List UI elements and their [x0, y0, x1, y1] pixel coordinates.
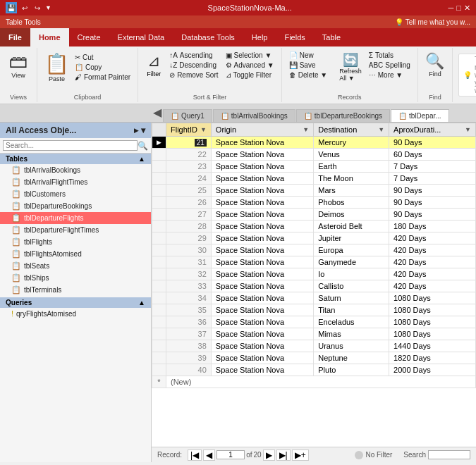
more-button[interactable]: ⋯ More ▼ [366, 70, 413, 80]
row-selector[interactable] [152, 256, 166, 268]
tab-home[interactable]: Home [30, 28, 69, 46]
totals-button[interactable]: Σ Totals [366, 51, 413, 60]
tab-help[interactable]: Help [243, 28, 276, 46]
toggle-filter-button[interactable]: ⊿ Toggle Filter [223, 70, 277, 80]
table-row[interactable]: 39Space Station NovaNeptune1820 Days [152, 352, 476, 364]
save-record-button[interactable]: 💾 Save [286, 61, 331, 70]
table-row[interactable]: 38Space Station NovaUranus1440 Days [152, 340, 476, 352]
tab-create[interactable]: Create [69, 28, 109, 46]
nav-item-departure-flight-times[interactable]: 📋 tblDepartureFlightTimes [0, 224, 151, 236]
table-row[interactable]: 24Space Station NovaThe Moon7 Days [152, 173, 476, 185]
prev-record-button[interactable]: ◀ [203, 450, 215, 461]
row-selector[interactable] [152, 185, 166, 197]
table-row[interactable]: 22Space Station NovaVenus60 Days [152, 149, 476, 161]
row-selector[interactable] [152, 149, 166, 161]
nav-section-tables[interactable]: Tables ▲ [0, 154, 151, 164]
table-row[interactable]: 31Space Station NovaGanymede420 Days [152, 256, 476, 268]
descending-button[interactable]: ↓Z Descending [166, 61, 221, 70]
col-header-duration[interactable]: AproxDurati... ▼ [389, 123, 476, 137]
row-selector[interactable] [152, 364, 166, 376]
nav-search-button[interactable]: 🔍 [138, 141, 148, 151]
paste-button[interactable]: 📋 Paste [42, 51, 72, 84]
format-painter-button[interactable]: 🖌 Format Painter [72, 73, 133, 82]
table-row[interactable]: 26Space Station NovaPhobos90 Days [152, 197, 476, 209]
nav-item-seats[interactable]: 📋 tblSeats [0, 260, 151, 272]
row-selector[interactable] [152, 244, 166, 256]
table-row[interactable]: 35Space Station NovaTitan1080 Days [152, 304, 476, 316]
minimize-button[interactable]: ─ [448, 4, 454, 13]
nav-item-flights-atomised[interactable]: 📋 tblFlightsAtomised [0, 248, 151, 260]
tab-departure-flights[interactable]: 📋 tblDepar... [391, 109, 449, 122]
last-record-button[interactable]: ▶| [276, 450, 291, 461]
search-input[interactable] [428, 450, 470, 459]
tab-arrival-bookings[interactable]: 📋 tblArrivalBookings [213, 109, 295, 122]
row-selector[interactable] [152, 232, 166, 244]
table-row[interactable]: 28Space Station NovaAsteroid Belt180 Day… [152, 221, 476, 232]
new-record-nav-button[interactable]: ▶+ [292, 450, 309, 461]
row-selector[interactable] [152, 280, 166, 292]
tab-query1[interactable]: 📋 Query1 [163, 109, 212, 122]
row-selector[interactable] [152, 292, 166, 304]
row-selector[interactable] [152, 173, 166, 185]
row-selector[interactable]: ▶ [152, 137, 166, 149]
tab-external-data[interactable]: External Data [109, 28, 173, 46]
nav-item-arrival-bookings[interactable]: 📋 tblArrivalBookings [0, 164, 151, 176]
nav-item-flights[interactable]: 📋 tblFlights [0, 236, 151, 248]
table-row[interactable]: 37Space Station NovaMimas1080 Days [152, 328, 476, 340]
redo-button[interactable]: ↪ [32, 4, 42, 13]
nav-item-arrival-flight-times[interactable]: 📋 tblArrivalFlightTimes [0, 176, 151, 188]
filter-button[interactable]: ⊿ Filter [142, 51, 165, 79]
refresh-button[interactable]: 🔄 RefreshAll ▼ [336, 51, 365, 83]
row-selector[interactable] [152, 328, 166, 340]
quick-access-dropdown[interactable]: ▼ [45, 4, 51, 11]
ascending-button[interactable]: ↑A Ascending [166, 51, 221, 60]
nav-pane-menu-icon[interactable]: ▾ [141, 125, 145, 135]
table-row[interactable]: 40Space Station NovaPluto2000 Days [152, 364, 476, 376]
view-button[interactable]: 🗃 View [4, 51, 32, 80]
row-selector[interactable] [152, 197, 166, 209]
close-button[interactable]: ✕ [464, 4, 470, 13]
next-record-button[interactable]: ▶ [263, 450, 275, 461]
nav-pane-collapse-icon[interactable]: ▸ [134, 125, 138, 135]
new-row[interactable]: *(New) [152, 376, 476, 388]
tab-file[interactable]: File [0, 28, 30, 46]
row-selector[interactable] [152, 304, 166, 316]
row-selector[interactable] [152, 316, 166, 328]
spelling-button[interactable]: ABC Spelling [366, 61, 413, 70]
table-row[interactable]: ▶21Space Station NovaMercury90 Days [152, 137, 476, 149]
row-selector[interactable] [152, 161, 166, 173]
row-selector[interactable] [152, 209, 166, 221]
col-header-flight-id[interactable]: FlightID ▼ [166, 123, 212, 137]
nav-item-ships[interactable]: 📋 tblShips [0, 272, 151, 284]
tab-departure-bookings[interactable]: 📋 tblDepartureBookings [296, 109, 390, 122]
nav-search-input[interactable] [3, 140, 138, 151]
cut-button[interactable]: ✂ Cut [72, 53, 133, 62]
save-icon[interactable]: 💾 [6, 2, 17, 13]
data-table-wrapper[interactable]: FlightID ▼ Origin ▼ Dest [152, 123, 476, 447]
first-record-button[interactable]: |◀ [188, 450, 202, 461]
row-selector[interactable] [152, 340, 166, 352]
selection-button[interactable]: ▣ Selection ▼ [223, 51, 277, 60]
row-selector[interactable] [152, 352, 166, 364]
table-row[interactable]: 33Space Station NovaCallisto420 Days [152, 280, 476, 292]
nav-item-departure-bookings[interactable]: 📋 tblDepartureBookings [0, 200, 151, 212]
nav-item-flights-atomised-query[interactable]: ! qryFlightsAtomised [0, 308, 151, 319]
nav-item-terminals[interactable]: 📋 tblTerminals [0, 284, 151, 296]
table-row[interactable]: 32Space Station NovaIo420 Days [152, 268, 476, 280]
delete-record-button[interactable]: 🗑 Delete ▼ [286, 70, 331, 80]
table-row[interactable]: 27Space Station NovaDeimos90 Days [152, 209, 476, 221]
table-row[interactable]: 29Space Station NovaJupiter420 Days [152, 232, 476, 244]
tell-me-input[interactable]: 💡 Tell me what you w... [458, 54, 476, 97]
col-header-origin[interactable]: Origin ▼ [211, 123, 313, 137]
tab-database-tools[interactable]: Database Tools [173, 28, 243, 46]
nav-item-departure-flights[interactable]: 📋 tblDepartureFlights [0, 212, 151, 224]
window-controls[interactable]: ─ □ ✕ [448, 4, 470, 13]
tab-fields[interactable]: Fields [276, 28, 313, 46]
current-record-input[interactable] [216, 450, 245, 459]
tab-table[interactable]: Table [314, 28, 349, 46]
remove-sort-button[interactable]: ⊘ Remove Sort [166, 70, 221, 80]
table-row[interactable]: 30Space Station NovaEuropa420 Days [152, 244, 476, 256]
table-row[interactable]: 36Space Station NovaEnceladus1080 Days [152, 316, 476, 328]
maximize-button[interactable]: □ [456, 4, 461, 13]
prev-tab-button[interactable]: ◀ [152, 103, 163, 122]
